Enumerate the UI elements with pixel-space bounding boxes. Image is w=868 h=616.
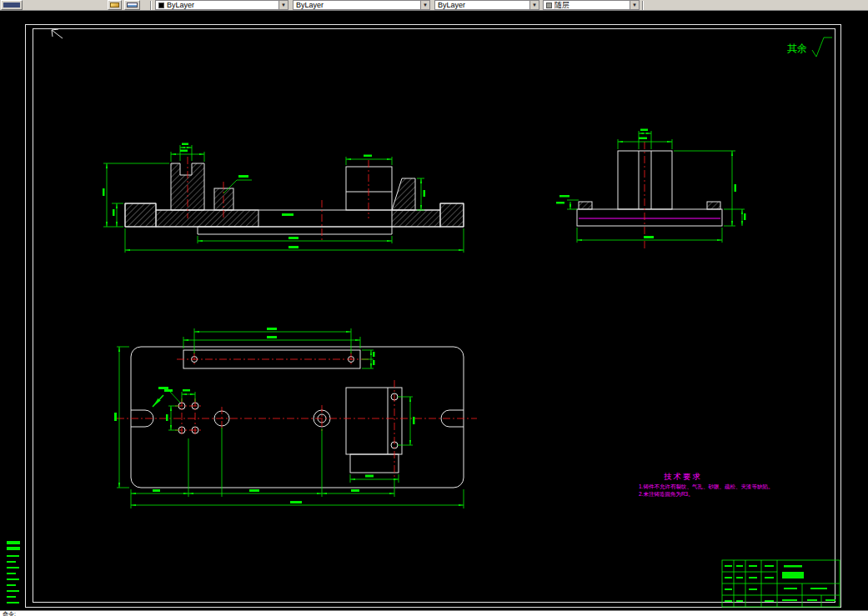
plot-style-control-value: 随层 [554, 1, 569, 9]
chevron-down-icon[interactable]: ▼ [529, 1, 539, 9]
toolbar-icon [3, 3, 20, 8]
command-prompt: 命令: [3, 611, 16, 616]
make-layer-current-button[interactable] [108, 0, 122, 10]
tech-req-title: 技术要求 [639, 472, 797, 483]
command-line[interactable]: 命令: [0, 610, 868, 616]
chevron-down-icon[interactable]: ▼ [630, 1, 639, 9]
layer-manager-button[interactable] [124, 0, 140, 10]
object-properties-toolbar: ByLayer ▼ ByLayer ▼ ByLayer ▼ 随层 ▼ [0, 0, 868, 11]
title-block [722, 560, 840, 607]
title-block-name-highlight [782, 572, 804, 578]
surface-note-text: 其余 [787, 43, 807, 54]
chevron-down-icon[interactable]: ▼ [420, 1, 429, 9]
cursor-artifact [52, 29, 63, 38]
plan-view[interactable] [114, 328, 477, 508]
lineweight-control[interactable]: ByLayer ▼ [434, 0, 539, 10]
plot-style-swatch [546, 3, 552, 8]
chevron-down-icon[interactable]: ▼ [278, 1, 288, 9]
sheet-frame [26, 25, 841, 608]
toolbar-separator [150, 1, 152, 10]
linetype-control-value: ByLayer [296, 1, 324, 9]
technical-requirements: 技术要求 1.铸件不允许有裂纹、气孔、砂眼、疏松、夹渣等缺陷。 2.未注铸造圆角… [639, 472, 797, 498]
lineweight-control-value: ByLayer [438, 1, 465, 9]
toolbar-button-left[interactable] [1, 0, 23, 10]
color-control-value: ByLayer [167, 1, 194, 9]
roughness-symbol-icon [812, 38, 824, 57]
drawing-canvas[interactable]: 其余 [0, 0, 868, 616]
surface-finish-note: 其余 [787, 38, 832, 57]
margin-marks [7, 541, 20, 603]
front-view[interactable] [103, 143, 464, 253]
tech-req-line-2: 2.未注铸造圆角为R3。 [639, 490, 797, 498]
plot-style-control[interactable]: 随层 ▼ [543, 0, 640, 10]
linetype-control[interactable]: ByLayer ▼ [293, 0, 430, 10]
color-control[interactable]: ByLayer ▼ [155, 0, 288, 10]
color-swatch [158, 3, 164, 8]
layers-icon [127, 3, 138, 8]
toolbar-separator [642, 1, 644, 10]
layer-current-icon [110, 3, 119, 8]
plan-view-dimensions [114, 328, 464, 508]
side-view[interactable] [556, 129, 746, 250]
tech-req-line-1: 1.铸件不允许有裂纹、气孔、砂眼、疏松、夹渣等缺陷。 [639, 483, 797, 490]
app-window: ByLayer ▼ ByLayer ▼ ByLayer ▼ 随层 ▼ [0, 0, 868, 616]
